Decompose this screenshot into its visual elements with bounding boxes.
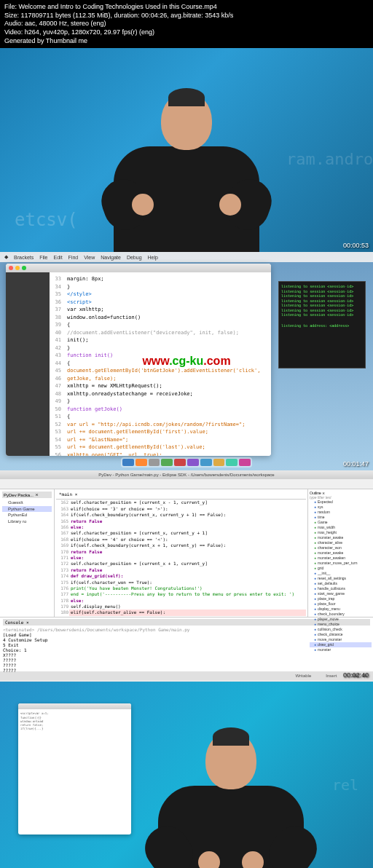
status-insert: Insert [326, 674, 337, 678]
bg-text-right: rel [332, 776, 358, 794]
outline-item[interactable]: __init__ [310, 571, 372, 576]
meta-video: Video: h264, yuv420p, 1280x720, 29.97 fp… [4, 28, 369, 37]
bg-text-left: etcsv( [15, 210, 78, 230]
outline-item[interactable]: handle_collisions [310, 586, 372, 591]
outline-item[interactable]: max_height [310, 530, 372, 535]
eclipse-titlebar: PyDev - Python Game/main.py - Eclipse SD… [0, 470, 373, 479]
outline-item[interactable]: Game [310, 520, 372, 525]
dock-item[interactable] [174, 459, 186, 466]
outline-item[interactable]: move_monster [310, 637, 372, 642]
menu-file[interactable]: File [39, 255, 47, 260]
menu-debug[interactable]: Debug [127, 255, 142, 260]
outline-item[interactable]: check_boundary [310, 612, 372, 617]
presenter-figure [144, 724, 318, 868]
status-bar: Writable Insert 180 : 16 [0, 671, 373, 680]
frame-2-brackets-editor: ◆ Brackets File Edit Find View Navigate … [0, 252, 373, 470]
outline-item[interactable]: monster_move_per_turn [310, 561, 372, 566]
mini-editor-window: <script>var x=1;function(){}window.onloa… [18, 703, 131, 835]
presenter-figure [99, 84, 274, 252]
dock-item[interactable] [226, 459, 237, 466]
eclipse-editor[interactable]: *main ⨯ 16216316416516616716816917017117… [55, 489, 307, 617]
outline-item[interactable]: set_defaults [310, 581, 372, 586]
dock-item[interactable] [122, 459, 134, 466]
outline-item[interactable]: Expected [310, 500, 372, 505]
terminal-window[interactable]: listening to session <session-id> listen… [278, 281, 366, 368]
line-gutter: 3334353637383940414243444546474849505152… [50, 275, 64, 456]
python-code[interactable]: self.character_position = [current_x - 1… [71, 500, 306, 617]
outline-item[interactable]: grid [310, 566, 372, 571]
bg-text-right: ram.android; [286, 150, 373, 168]
panel-title: PyDev Packa... ⨯ [2, 492, 52, 498]
outline-item[interactable]: time [310, 515, 372, 520]
meta-file: File: Welcome and Intro to Coding Techno… [4, 3, 369, 12]
meta-audio: Audio: aac, 48000 Hz, stereo (eng) [4, 20, 369, 28]
outline-item[interactable]: place_floor [310, 601, 372, 607]
timestamp: 00:00:53 [343, 242, 369, 249]
console-line: X???? [3, 652, 370, 658]
outline-item[interactable]: player_move [310, 617, 372, 622]
frame-1-presenter: ram.android; etcsv( 00:00:53 [0, 48, 373, 252]
file-metadata: File: Welcome and Intro to Coding Techno… [0, 0, 373, 48]
tree-item[interactable]: Library ro [2, 518, 52, 524]
outline-item[interactable]: monster_awake [310, 535, 372, 540]
outline-item[interactable]: collision_check [310, 627, 372, 632]
status-mode: Writable [295, 674, 311, 678]
editor-titlebar [6, 264, 271, 272]
menu-edit[interactable]: Edit [54, 255, 63, 260]
dock-item[interactable] [200, 459, 212, 466]
frame-3-eclipse: PyDev - Python Game/main.py - Eclipse SD… [0, 470, 373, 682]
console-line: ????? [3, 663, 370, 668]
outline-item[interactable]: start_new_game [310, 591, 372, 596]
frame-4-presenter-editor: <script>var x=1;function(){}window.onloa… [0, 682, 373, 868]
meta-size: Size: 117809711 bytes (112.35 MiB), dura… [4, 12, 369, 20]
mac-menubar[interactable]: ◆ Brackets File Edit Find View Navigate … [0, 252, 373, 262]
dock-item[interactable] [239, 459, 251, 466]
eclipse-toolbar[interactable] [0, 479, 373, 489]
dock-item[interactable] [149, 459, 160, 466]
outline-item[interactable]: monster_awaken [310, 556, 372, 561]
outline-item[interactable]: monster_awake [310, 551, 372, 556]
timestamp: 00:02:40 [343, 671, 369, 679]
outline-item[interactable]: place_trap [310, 596, 372, 601]
menu-view[interactable]: View [84, 255, 95, 260]
app-name[interactable]: Brackets [14, 255, 34, 260]
outline-item[interactable]: reset_all_settings [310, 576, 372, 581]
outline-item[interactable]: display_menu [310, 607, 372, 612]
timestamp: 00:01:47 [343, 460, 369, 467]
tree-item[interactable]: PythonEd [2, 512, 52, 518]
maximize-icon[interactable] [22, 266, 26, 270]
package-explorer[interactable]: PyDev Packa... ⨯ GuessIt Python Game Pyt… [0, 489, 55, 617]
outline-item[interactable]: menu_choice [310, 622, 372, 627]
outline-item[interactable]: max_width [310, 525, 372, 530]
menu-help[interactable]: Help [148, 255, 158, 260]
menu-find[interactable]: Find [68, 255, 79, 260]
apple-icon[interactable]: ◆ [4, 254, 8, 260]
outline-item[interactable]: character_won [310, 545, 372, 551]
editor-window: 3334353637383940414243444546474849505152… [6, 264, 271, 456]
outline-item[interactable]: character_alive [310, 540, 372, 545]
dock-item[interactable] [136, 459, 147, 466]
outline-item[interactable]: sys [310, 505, 372, 510]
outline-panel[interactable]: Outline ⨯ type filter text Expected sys … [307, 489, 373, 617]
meta-generated: Generated by Thumbnail me [4, 37, 369, 46]
dock-item[interactable] [161, 459, 173, 466]
tree-item[interactable]: Python Game [2, 506, 52, 512]
dock-item[interactable] [213, 459, 225, 466]
outline-item[interactable]: monster [310, 647, 372, 652]
outline-item[interactable]: random [310, 510, 372, 515]
outline-item[interactable]: check_distance [310, 632, 372, 637]
dock-item[interactable] [187, 459, 199, 466]
code-content[interactable]: margin: 8px; } </style> <script> var xml… [64, 275, 271, 456]
line-gutter: 1621631641651661671681691701711721731741… [56, 500, 71, 617]
outline-item[interactable]: draw_grid [310, 642, 372, 647]
editor-tab[interactable]: *main ⨯ [56, 491, 306, 500]
mac-dock[interactable] [121, 457, 252, 467]
tree-item[interactable]: GuessIt [2, 500, 52, 505]
menu-navigate[interactable]: Navigate [101, 255, 121, 260]
minimize-icon[interactable] [15, 266, 20, 270]
close-icon[interactable] [9, 266, 13, 270]
console-line: ????? [3, 658, 370, 663]
code-editor[interactable]: 3334353637383940414243444546474849505152… [50, 272, 271, 456]
editor-sidebar[interactable] [6, 272, 50, 456]
